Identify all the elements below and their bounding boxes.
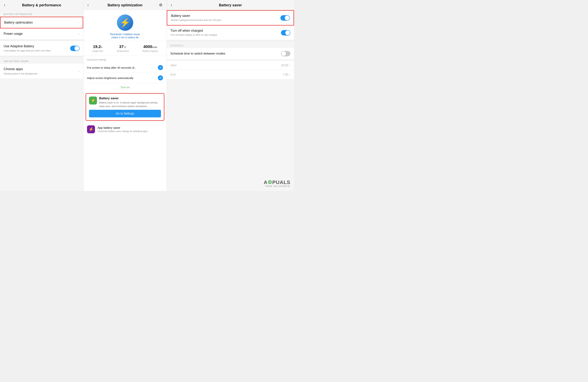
battery-stats-row: 19.2h Usage time 37°C Temperature 4000mA… (83, 41, 167, 56)
middle-header: ‹ Battery optimization ⚙ (83, 0, 167, 10)
battery-capacity-label: Battery capacity (143, 50, 158, 52)
left-header: ‹ Battery & performance (0, 0, 83, 10)
turn-on-link[interactable]: Turn on (83, 83, 167, 91)
card-battery-icon: ⚡ (89, 97, 97, 104)
usage-time-stat: 19.2h Usage time (92, 44, 103, 52)
battery-circle-icon: ⚡ (117, 15, 133, 31)
turn-off-charged-title: Turn off when charged (170, 29, 281, 33)
battery-capacity-value: 4000mAh (143, 44, 157, 49)
middle-title: Battery optimization (107, 3, 142, 7)
battery-capacity-stat: 4000mAh Battery capacity (143, 44, 158, 52)
turn-off-charged-item[interactable]: Turn off when charged Turn off when batt… (167, 25, 294, 40)
schedule-modes-title: Schedule time to switch between modes (170, 52, 281, 56)
power-usage-label: Power usage (4, 32, 77, 36)
end-label: End (170, 73, 175, 76)
app-battery-saver-row[interactable]: ⚡ App battery saver Customize Battery sa… (83, 123, 167, 136)
appuals-tagline: FROM THE EXPERTS! (265, 185, 290, 187)
go-to-settings-button[interactable]: Go to Settings (89, 110, 161, 117)
schedule-modes-toggle[interactable] (281, 51, 290, 56)
card-header: ⚡ Battery saver Battery saver is on. It … (89, 97, 161, 108)
advanced-settings-label: Advanced settings (83, 56, 167, 62)
temperature-label: Temperature (117, 50, 129, 52)
power-usage-chevron: › (79, 32, 80, 36)
card-title: Battery saver (99, 97, 161, 100)
app-battery-subtitle: Customize Battery saver settings for ind… (98, 130, 147, 133)
sleep-check-icon (158, 65, 163, 70)
schedule-divider (167, 60, 294, 61)
end-time-row[interactable]: End 7:00 › (167, 70, 294, 79)
right-header: ‹ Battery saver (167, 0, 294, 10)
schedule-section-label: SCHEDULE (167, 40, 294, 48)
appuals-watermark: A⚙PUALS FROM THE EXPERTS! (264, 179, 290, 187)
power-usage-item[interactable]: Power usage › (0, 28, 83, 39)
card-text-area: Battery saver Battery saver is on. It re… (99, 97, 161, 108)
card-description: Battery saver is on. It reduces apps' ba… (99, 101, 161, 108)
right-back-button[interactable]: ‹ (169, 2, 173, 8)
temperature-stat: 37°C Temperature (117, 44, 129, 52)
choose-apps-title: Choose apps (4, 67, 77, 71)
brightness-check-text: Adjust screen brightness automatically (87, 77, 158, 80)
choose-apps-subtitle: Saving power in the background (4, 72, 77, 75)
turn-off-charged-text: Turn off when charged Turn off when batt… (170, 29, 281, 37)
battery-saver-card: ⚡ Battery saver Battery saver is on. It … (85, 93, 164, 121)
battery-optimization-label: Battery optimization (4, 20, 33, 25)
battery-status-area: ⚡ Resolved 1 battery issue Added 2 min t… (83, 10, 167, 41)
schedule-modes-text: Schedule time to switch between modes (170, 52, 281, 56)
app-battery-icon: ⚡ (87, 125, 95, 133)
battery-saver-toggle-subtitle: Monitor background processes and turn of… (171, 19, 280, 22)
battery-saver-toggle-title: Battery saver (171, 14, 280, 18)
battery-optimization-item[interactable]: Battery optimization › (0, 17, 83, 28)
battery-saver-toggle-item[interactable]: Battery saver Monitor background process… (167, 11, 294, 25)
start-time-value: 23:00 › (281, 64, 290, 67)
battery-optimization-chevron: › (78, 21, 79, 24)
lightning-icon: ⚡ (120, 18, 130, 27)
added-text: Added 2 min to battery life (111, 36, 139, 39)
app-battery-text: App battery saver Customize Battery save… (98, 126, 147, 133)
temperature-value: 37°C (119, 44, 126, 49)
adaptive-battery-item[interactable]: Use Adaptive Battery Limit battery for a… (0, 40, 83, 56)
section-battery-optimization-label: BATTERY OPTIMIZATION (0, 10, 83, 17)
brightness-check-icon (158, 75, 163, 80)
schedule-modes-item[interactable]: Schedule time to switch between modes (167, 48, 294, 60)
resolved-text: Resolved 1 battery issue (110, 33, 140, 36)
choose-apps-item[interactable]: Choose apps Saving power in the backgrou… (0, 64, 83, 79)
middle-back-button[interactable]: ‹ (86, 2, 90, 8)
battery-saver-toggle-switch[interactable] (280, 15, 290, 21)
left-back-button[interactable]: ‹ (2, 2, 7, 8)
right-title: Battery saver (219, 3, 242, 7)
end-chevron: › (290, 73, 290, 76)
start-time-row[interactable]: Start 23:00 › (167, 61, 294, 70)
battery-saver-highlight-box: Battery saver Monitor background process… (167, 10, 294, 25)
app-icon-symbol: ⚡ (89, 127, 94, 132)
adaptive-battery-title: Use Adaptive Battery (4, 44, 70, 48)
adaptive-battery-toggle[interactable] (70, 46, 80, 51)
sleep-check-text: Put screen to sleep after 30 seconds of.… (87, 66, 158, 69)
left-panel: ‹ Battery & performance BATTERY OPTIMIZA… (0, 0, 83, 191)
sleep-check-row[interactable]: Put screen to sleep after 30 seconds of.… (83, 62, 167, 73)
usage-time-value: 19.2h (93, 44, 102, 49)
adaptive-battery-subtitle: Limit battery for apps that you don't us… (4, 49, 70, 52)
start-label: Start (170, 64, 177, 67)
start-chevron: › (290, 64, 290, 67)
middle-panel: ‹ Battery optimization ⚙ ⚡ Resolved 1 ba… (83, 0, 167, 191)
brightness-check-row[interactable]: Adjust screen brightness automatically (83, 73, 167, 83)
turn-off-charged-subtitle: Turn off when battery is 60% or fully ch… (170, 33, 281, 37)
card-lightning-icon: ⚡ (91, 98, 96, 103)
battery-saver-text: Battery saver Monitor background process… (171, 14, 280, 22)
app-battery-title: App battery saver (98, 126, 147, 129)
end-time-value: 7:00 › (283, 73, 290, 76)
turn-off-charged-toggle[interactable] (281, 30, 290, 36)
appuals-logo: A⚙PUALS (264, 179, 290, 185)
choose-apps-chevron: › (79, 69, 80, 73)
middle-gear-button[interactable]: ⚙ (158, 2, 164, 8)
section-app-battery-label: APP BATTERY SAVER (0, 56, 83, 64)
left-title: Battery & performance (22, 3, 61, 7)
right-panel: ‹ Battery saver Battery saver Monitor ba… (167, 0, 294, 191)
usage-time-label: Usage time (92, 50, 103, 52)
